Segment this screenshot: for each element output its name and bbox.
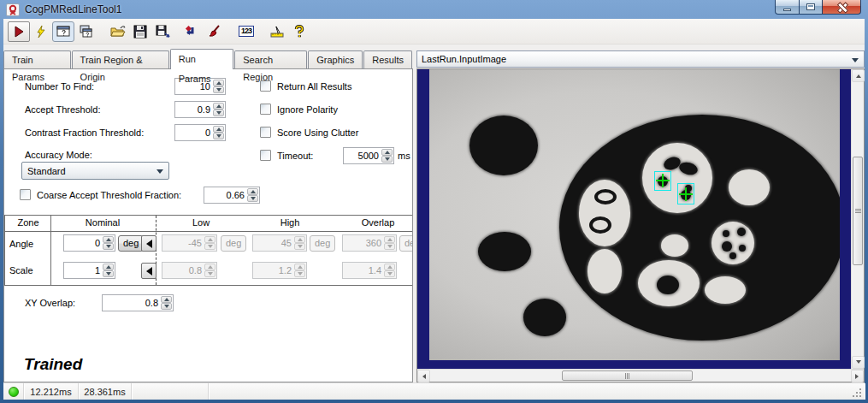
spin-up-button[interactable] [213, 126, 224, 133]
maximize-button[interactable] [800, 0, 823, 15]
tab-train-region-origin[interactable]: Train Region & Origin [72, 50, 169, 68]
spin-down-button[interactable] [161, 303, 172, 310]
vertical-scroll-track[interactable] [852, 82, 864, 356]
image-canvas[interactable] [417, 69, 851, 369]
measure-button[interactable] [266, 21, 288, 42]
save-button[interactable] [129, 21, 151, 42]
status-empty-cell [209, 383, 865, 400]
horizontal-scroll-thumb[interactable] [562, 370, 693, 381]
ignore-polarity-checkbox[interactable] [260, 104, 271, 115]
scroll-down-button[interactable] [852, 356, 865, 369]
spin-down-button[interactable] [103, 270, 114, 277]
white-ellipse [588, 249, 622, 293]
coarse-accept-threshold-spinner[interactable]: 0.66 [204, 187, 260, 204]
display-selector-value: LastRun.InputImage [422, 54, 506, 64]
angle-high-deg-button: deg [310, 235, 335, 252]
spin-up-button[interactable] [103, 236, 114, 243]
image-viewer [416, 68, 865, 382]
timeout-spinner[interactable]: 5000 [343, 147, 394, 164]
scale-nominal-spinner[interactable]: 1 [63, 262, 115, 279]
numeric-results-button[interactable]: 123 [235, 21, 257, 42]
spin-down-button[interactable] [213, 110, 224, 116]
spin-down-button[interactable] [213, 133, 224, 139]
angle-nominal-value: 0 [64, 235, 103, 251]
angle-overlap-value: 360 [343, 235, 384, 251]
toolbar: 123 [3, 19, 865, 44]
open-button[interactable] [107, 21, 129, 42]
white-ellipse [705, 276, 746, 304]
contrast-fraction-threshold-spinner[interactable]: 0 [174, 124, 226, 141]
save-icon [133, 25, 147, 39]
spin-down-button[interactable] [213, 86, 224, 93]
accept-threshold-spinner[interactable]: 0.9 [174, 101, 226, 118]
spin-up-button[interactable] [247, 188, 258, 195]
blob-circle [523, 299, 566, 336]
save-as-icon [156, 25, 170, 39]
horizontal-scrollbar[interactable] [417, 369, 864, 382]
vertical-scrollbar[interactable] [851, 69, 864, 369]
scale-nominal-value: 1 [64, 263, 103, 278]
chevron-down-icon [852, 58, 859, 66]
chevron-down-icon [156, 169, 163, 177]
score-using-clutter-label: Score Using Clutter [277, 127, 358, 138]
spin-up-button[interactable] [381, 149, 393, 156]
tab-run-params[interactable]: Run Params [170, 49, 234, 69]
score-using-clutter-checkbox[interactable] [260, 127, 271, 138]
resize-grip[interactable] [853, 388, 862, 397]
spin-up-button[interactable] [103, 264, 114, 270]
scroll-left-button[interactable] [417, 370, 430, 382]
accuracy-mode-dropdown[interactable]: Standard [21, 162, 169, 180]
scale-high-spinner: 1.2 [252, 262, 307, 279]
ring-feature [594, 189, 617, 204]
arrow-up-icon [856, 72, 861, 78]
floating-window-button[interactable] [52, 21, 74, 42]
xy-overlap-spinner[interactable]: 0.8 [102, 294, 174, 311]
tab-search-region[interactable]: Search Region [234, 50, 307, 68]
spin-up-button[interactable] [161, 296, 172, 303]
xy-overlap-label: XY Overlap: [25, 298, 75, 308]
xy-overlap-value: 0.8 [103, 295, 161, 311]
spin-up-button[interactable] [213, 80, 224, 86]
input-image[interactable] [429, 69, 840, 360]
accuracy-mode-value: Standard [27, 166, 66, 176]
thumb-grip [855, 209, 861, 214]
timeout-checkbox[interactable] [260, 150, 271, 161]
tab-graphics[interactable]: Graphics [308, 50, 363, 68]
spin-up-button[interactable] [213, 103, 224, 110]
angle-nominal-deg-button[interactable]: deg [118, 235, 144, 252]
tab-results[interactable]: Results [363, 50, 412, 68]
electric-run-button[interactable] [30, 21, 52, 42]
scale-zone-expander-button[interactable] [141, 263, 156, 279]
spin-down-button[interactable] [103, 243, 114, 250]
vertical-scroll-thumb[interactable] [853, 157, 863, 265]
angle-overlap-deg-button: deg [399, 235, 413, 252]
help-button[interactable] [288, 21, 310, 42]
tab-train-params[interactable]: Train Params [3, 50, 71, 68]
tab-strip: Train Params Train Region & Origin Run P… [3, 44, 413, 68]
window-title: CogPMRedLineTool1 [25, 3, 121, 15]
scroll-right-button[interactable] [851, 370, 864, 382]
save-as-button[interactable] [151, 21, 174, 42]
coarse-accept-threshold-checkbox[interactable] [20, 189, 31, 200]
title-bar[interactable]: CogPMRedLineTool1 [0, 0, 868, 19]
spin-down-button[interactable] [247, 195, 258, 202]
scroll-up-button[interactable] [852, 69, 865, 82]
minimize-button[interactable] [775, 0, 800, 15]
angle-low-deg-button: deg [221, 235, 246, 252]
angle-nominal-spinner[interactable]: 0 [63, 234, 115, 252]
angle-zone-expander-button[interactable] [141, 235, 156, 252]
edit-graphics-button[interactable] [203, 21, 225, 42]
revert-button[interactable] [180, 21, 203, 42]
blob-dot [729, 252, 736, 259]
new-window-button[interactable] [74, 21, 97, 42]
horizontal-scroll-track[interactable] [430, 370, 851, 382]
spin-down-button[interactable] [381, 156, 393, 163]
timeout-label: Timeout: [277, 151, 313, 161]
arrow-down-icon [856, 360, 861, 366]
display-selector-dropdown[interactable]: LastRun.InputImage [416, 50, 865, 68]
status-bar: 12.212ms 28.361ms [3, 382, 865, 400]
close-button[interactable] [823, 0, 861, 15]
blob-dot [739, 245, 746, 252]
run-button[interactable] [8, 21, 30, 42]
collapse-left-icon [142, 267, 152, 276]
